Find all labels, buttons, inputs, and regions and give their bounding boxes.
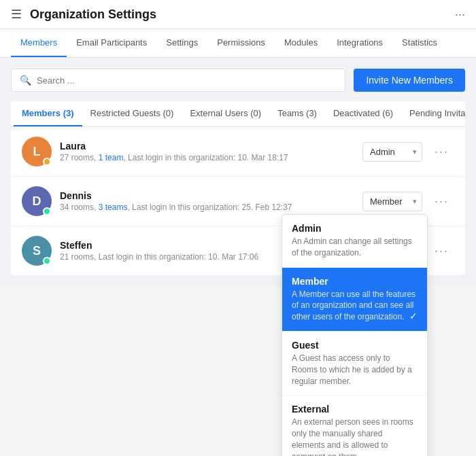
subtab-deactivated[interactable]: Deactivated (6) <box>325 101 401 126</box>
role-selector-wrap: Admin Member Guest External ▾ <box>362 192 422 211</box>
checkmark-icon: ✓ <box>409 311 418 321</box>
tab-statistics[interactable]: Statistics <box>392 29 447 57</box>
search-box: 🔍 <box>11 69 345 92</box>
sub-tabs: Members (3) Restricted Guests (0) Extern… <box>11 101 465 127</box>
search-input[interactable] <box>37 75 337 86</box>
dropdown-item-admin[interactable]: Admin An Admin can change all settings o… <box>282 215 427 268</box>
member-name: Laura <box>60 141 362 152</box>
member-meta: 34 rooms, 3 teams, Last login in this or… <box>60 203 362 212</box>
subtab-members[interactable]: Members (3) <box>14 101 82 126</box>
table-row: L Laura 27 rooms, 1 team, Last login in … <box>11 127 465 177</box>
role-selector-wrap: Admin Member Guest External ▾ <box>362 142 422 162</box>
tab-integrations[interactable]: Integrations <box>327 29 392 57</box>
members-list: L Laura 27 rooms, 1 team, Last login in … <box>11 127 465 275</box>
tab-permissions[interactable]: Permissions <box>207 29 275 57</box>
dropdown-item-desc: An external person sees in rooms only th… <box>292 417 418 456</box>
role-select[interactable]: Admin Member Guest External <box>362 142 422 162</box>
page-title: Organization Settings <box>30 7 455 22</box>
status-indicator <box>43 207 51 215</box>
content-area: 🔍 Invite New Members Members (3) Restric… <box>0 58 476 286</box>
role-dropdown: Admin An Admin can change all settings o… <box>282 214 428 456</box>
subtab-pending-invitations[interactable]: Pending Invitations (1) <box>401 101 465 126</box>
dropdown-item-desc: A Member can use all the features of an … <box>292 289 418 323</box>
nav-tabs: Members Email Participants Settings Perm… <box>0 29 476 58</box>
dropdown-item-title: Admin <box>292 223 418 234</box>
tab-modules[interactable]: Modules <box>275 29 327 57</box>
invite-new-members-button[interactable]: Invite New Members <box>354 69 465 92</box>
table-row: D Dennis 34 rooms, 3 teams, Last login i… <box>11 177 465 226</box>
member-info: Laura 27 rooms, 1 team, Last login in th… <box>60 141 362 162</box>
tab-settings[interactable]: Settings <box>156 29 207 57</box>
dropdown-item-external[interactable]: External An external person sees in room… <box>282 396 427 456</box>
dropdown-item-guest[interactable]: Guest A Guest has access only to Rooms t… <box>282 332 427 396</box>
avatar: S <box>22 236 52 266</box>
member-meta: 27 rooms, 1 team, Last login in this org… <box>60 153 362 162</box>
dropdown-item-desc: An Admin can change all settings of the … <box>292 236 418 259</box>
dropdown-item-desc: A Guest has access only to Rooms to whic… <box>292 353 418 387</box>
dropdown-item-title: Member <box>292 276 418 287</box>
subtab-restricted-guests[interactable]: Restricted Guests (0) <box>82 101 182 126</box>
dropdown-item-title: Guest <box>292 340 418 351</box>
more-options-icon[interactable]: ··· <box>455 7 465 22</box>
member-name: Dennis <box>60 190 362 201</box>
tab-members[interactable]: Members <box>11 29 67 57</box>
subtab-teams[interactable]: Teams (3) <box>269 101 325 126</box>
dropdown-item-title: External <box>292 404 418 415</box>
dropdown-item-member[interactable]: Member A Member can use all the features… <box>282 268 427 332</box>
search-icon: 🔍 <box>20 75 31 86</box>
subtab-external-users[interactable]: External Users (0) <box>182 101 269 126</box>
avatar: L <box>22 137 52 166</box>
hamburger-icon[interactable]: ☰ <box>11 7 22 22</box>
member-info: Dennis 34 rooms, 3 teams, Last login in … <box>60 190 362 212</box>
search-invite-row: 🔍 Invite New Members <box>11 69 465 92</box>
role-select[interactable]: Admin Member Guest External <box>362 192 422 211</box>
more-actions-button[interactable]: ··· <box>429 241 454 261</box>
top-bar: ☰ Organization Settings ··· <box>0 0 476 29</box>
status-indicator <box>43 158 51 166</box>
more-actions-button[interactable]: ··· <box>429 142 454 162</box>
tab-email-participants[interactable]: Email Participants <box>67 29 156 57</box>
avatar: D <box>22 186 52 216</box>
more-actions-button[interactable]: ··· <box>429 192 454 211</box>
status-indicator <box>43 257 51 265</box>
